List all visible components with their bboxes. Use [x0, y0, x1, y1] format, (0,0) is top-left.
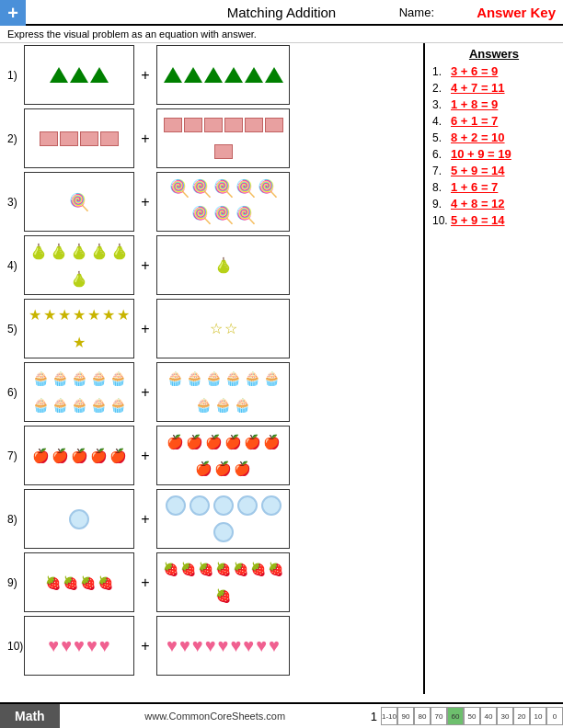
answer-item-6: 6. 10 + 9 = 19	[432, 147, 556, 161]
score-50: 50	[464, 707, 480, 725]
plus-sign: +	[134, 194, 156, 210]
problem-num-1: 1)	[7, 69, 24, 82]
problem-box-5-right: ☆ ☆	[156, 299, 290, 358]
apple-icon: 🍎	[224, 434, 242, 450]
muffin-icon: 🧁	[167, 370, 184, 387]
strawberry-icon: 🍓	[268, 562, 283, 576]
answer-item-8: 8. 1 + 6 = 7	[432, 180, 556, 194]
muffin-icon: 🧁	[195, 397, 213, 414]
muffin-icon: 🧁	[224, 370, 242, 387]
problem-box-1-right	[156, 45, 290, 105]
strawberry-icon: 🍓	[215, 588, 231, 603]
muffin-icon: 🧁	[32, 370, 50, 387]
circle-icon	[190, 495, 210, 516]
answer-num-6: 6.	[432, 148, 451, 161]
muffin-icon: 🧁	[263, 370, 281, 387]
swirl-icon: 🍭	[69, 192, 89, 212]
swirl-icon: 🍭	[236, 178, 256, 199]
apple-icon: 🍎	[90, 448, 108, 464]
plus-sign: +	[134, 257, 156, 274]
heart-icon: ♥	[218, 635, 229, 656]
apple-icon: 🍎	[71, 448, 88, 464]
answer-num-9: 9.	[432, 198, 451, 210]
rect-icon	[184, 118, 202, 132]
strawberry-icon: 🍓	[45, 575, 61, 590]
heart-icon: ♥	[256, 635, 267, 656]
apple-icon: 🍎	[186, 434, 203, 450]
problem-box-4-right: 🍐	[156, 235, 290, 295]
circle-icon	[261, 495, 282, 516]
problem-box-9-left: 🍓 🍓 🍓 🍓	[24, 552, 134, 612]
plus-sign: +	[134, 638, 156, 654]
rect-icon	[60, 131, 78, 146]
triangle-icon	[224, 67, 243, 83]
problem-row-1: 1) +	[7, 45, 416, 105]
circle-icon	[213, 522, 234, 542]
star-icon: ★	[58, 306, 71, 324]
strawberry-icon: 🍓	[250, 562, 266, 576]
triangle-icon	[164, 67, 182, 83]
heart-icon: ♥	[230, 635, 241, 656]
apple-icon: 🍎	[32, 448, 50, 464]
plus-sign: +	[134, 574, 156, 591]
name-label: Name:	[399, 6, 434, 19]
header: Matching Addition Name: Answer Key	[0, 0, 563, 26]
answer-num-3: 3.	[432, 98, 451, 111]
answer-item-2: 2. 4 + 7 = 11	[432, 81, 556, 95]
muffin-icon: 🧁	[214, 397, 232, 414]
answers-title: Answers	[432, 47, 556, 61]
answer-num-5: 5.	[432, 131, 451, 144]
muffin-icon: 🧁	[32, 397, 50, 414]
score-0: 0	[546, 707, 563, 725]
swirl-icon: 🍭	[236, 205, 256, 225]
problem-num-8: 8)	[7, 513, 24, 526]
problem-box-7-right: 🍎 🍎 🍎 🍎 🍎 🍎 🍎 🍎 🍎	[156, 426, 290, 485]
heart-icon: ♥	[61, 635, 72, 656]
apple-icon: 🍎	[167, 434, 184, 450]
answer-item-7: 7. 5 + 9 = 14	[432, 164, 556, 177]
score-label-1-10: 1-10	[381, 707, 397, 725]
answer-text-2: 4 + 7 = 11	[451, 81, 505, 95]
heart-icon: ♥	[48, 635, 59, 656]
star-outline-icon: ☆	[224, 320, 237, 337]
problem-box-9-right: 🍓 🍓 🍓 🍓 🍓 🍓 🍓 🍓	[156, 552, 290, 612]
answer-text-9: 4 + 8 = 12	[451, 197, 505, 210]
problem-box-3-right: 🍭 🍭 🍭 🍭 🍭 🍭 🍭 🍭	[156, 172, 290, 232]
muffin-icon: 🧁	[109, 370, 127, 387]
rect-icon	[245, 118, 263, 132]
answer-num-7: 7.	[432, 165, 451, 177]
answer-text-5: 8 + 2 = 10	[451, 131, 505, 144]
star-icon: ★	[87, 306, 100, 324]
pear-icon: 🍐	[50, 243, 68, 260]
problem-row-10: 10) ♥ ♥ ♥ ♥ ♥ + ♥ ♥ ♥ ♥ ♥ ♥	[7, 616, 416, 676]
problem-box-2-right	[156, 108, 290, 168]
answer-text-4: 6 + 1 = 7	[451, 114, 498, 128]
apple-icon: 🍎	[214, 461, 232, 477]
problem-num-3: 3)	[7, 196, 24, 209]
pear-icon: 🍐	[29, 243, 48, 260]
answer-num-4: 4.	[432, 115, 451, 128]
problem-num-5: 5)	[7, 323, 24, 336]
answer-text-10: 5 + 9 = 14	[451, 213, 505, 227]
footer-url: www.CommonCoreSheets.com	[60, 711, 371, 722]
problem-num-7: 7)	[7, 449, 24, 462]
strawberry-icon: 🍓	[63, 575, 78, 590]
circle-icon	[237, 495, 258, 516]
swirl-icon: 🍭	[213, 178, 234, 199]
strawberry-icon: 🍓	[80, 575, 96, 590]
rect-icon	[224, 118, 243, 132]
plus-sign: +	[134, 67, 156, 84]
rect-icon	[40, 131, 58, 146]
pear-icon: 🍐	[214, 256, 233, 274]
answer-num-8: 8.	[432, 181, 451, 194]
problem-num-4: 4)	[7, 259, 24, 272]
star-icon: ★	[43, 306, 56, 324]
score-boxes: 1-10 90 80 70 60 50 40 30 20 10 0	[381, 707, 563, 725]
problem-box-4-left: 🍐 🍐 🍐 🍐 🍐 🍐	[24, 235, 134, 295]
muffin-icon: 🧁	[52, 370, 69, 387]
apple-icon: 🍎	[205, 434, 223, 450]
score-70: 70	[431, 707, 447, 725]
answer-num-10: 10.	[432, 214, 451, 227]
strawberry-icon: 🍓	[215, 562, 231, 576]
answer-num-1: 1.	[432, 65, 451, 78]
